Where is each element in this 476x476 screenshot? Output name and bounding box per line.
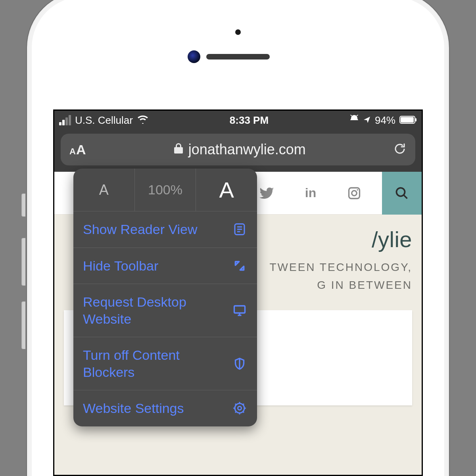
menu-label: Website Settings (83, 400, 184, 417)
status-right: 94% (349, 114, 417, 127)
battery-icon (399, 114, 417, 127)
svg-rect-13 (234, 306, 245, 313)
status-left: U.S. Cellular (59, 114, 149, 127)
instagram-icon[interactable] (338, 172, 370, 215)
location-icon (363, 114, 371, 127)
menu-label: Hide Toolbar (83, 257, 158, 274)
svg-line-22 (235, 404, 236, 405)
volume-down-button (21, 301, 25, 349)
svg-line-24 (235, 412, 236, 413)
status-bar: U.S. Cellular 8:33 PM 94% (54, 111, 422, 130)
address-bar[interactable]: A A jonathanwylie.com (61, 134, 415, 165)
volume-up-button (21, 238, 25, 286)
proximity-sensor (235, 29, 241, 35)
site-search-button[interactable] (382, 172, 422, 215)
zoom-in-button[interactable]: A (196, 169, 257, 211)
expand-icon (232, 259, 248, 273)
alarm-icon (349, 114, 359, 127)
front-camera (188, 50, 200, 63)
menu-label: Request Desktop Website (83, 294, 218, 327)
menu-item-hide-toolbar[interactable]: Hide Toolbar (73, 248, 257, 284)
aa-popover-menu: A 100% A Show Reader View Hide Toolbar R… (73, 169, 257, 426)
text-size-large-a: A (76, 142, 86, 157)
carrier-label: U.S. Cellular (75, 114, 133, 127)
desktop-icon (232, 303, 248, 318)
svg-line-7 (404, 195, 407, 198)
text-size-button[interactable]: A A (69, 142, 86, 157)
svg-point-5 (357, 189, 358, 190)
cellular-signal-icon (59, 115, 71, 125)
lock-icon (173, 141, 184, 158)
linkedin-icon[interactable]: in (295, 172, 326, 215)
url-domain: jonathanwylie.com (188, 141, 306, 158)
svg-point-16 (235, 403, 244, 413)
reload-button[interactable] (393, 142, 407, 157)
svg-rect-2 (415, 118, 416, 121)
menu-item-content-blockers[interactable]: Turn off Content Blockers (73, 337, 257, 390)
svg-point-17 (238, 407, 242, 410)
popover-caret (85, 169, 98, 169)
silent-switch (21, 194, 25, 217)
menu-item-website-settings[interactable]: Website Settings (73, 390, 257, 426)
reader-icon (232, 222, 248, 236)
menu-label: Show Reader View (83, 221, 198, 238)
address-bar-row: A A jonathanwylie.com (54, 130, 422, 172)
zoom-row: A 100% A (73, 169, 257, 211)
earpiece (206, 54, 270, 60)
menu-label: Turn off Content Blockers (83, 347, 218, 380)
battery-percent: 94% (375, 114, 395, 127)
svg-point-6 (397, 188, 405, 196)
svg-line-25 (243, 404, 244, 405)
shield-icon (232, 357, 248, 371)
zoom-percent-label: 100% (135, 169, 196, 211)
svg-rect-1 (401, 117, 414, 123)
phone-screen: U.S. Cellular 8:33 PM 94% A A (53, 109, 423, 476)
gear-icon (232, 401, 248, 415)
zoom-out-button[interactable]: A (73, 169, 135, 211)
svg-line-23 (243, 412, 244, 413)
menu-item-request-desktop[interactable]: Request Desktop Website (73, 284, 257, 337)
status-time: 8:33 PM (230, 114, 269, 127)
text-size-small-a: A (69, 146, 76, 157)
address-bar-center[interactable]: jonathanwylie.com (86, 141, 393, 158)
svg-point-4 (352, 190, 357, 196)
wifi-icon (137, 114, 149, 127)
menu-item-reader-view[interactable]: Show Reader View (73, 211, 257, 248)
